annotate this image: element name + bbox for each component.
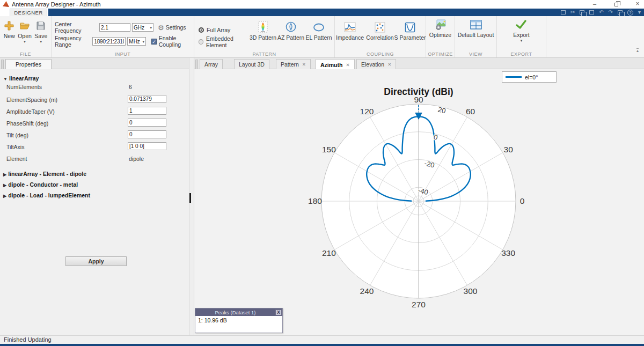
section-label-coupling: COUPLING <box>335 51 426 57</box>
tab-pattern[interactable]: Pattern✕ <box>276 59 311 69</box>
peaks-panel-titlebar[interactable]: Peaks (Dataset 1) X <box>195 308 282 316</box>
ribbon-section-coupling: Impedance Correlation <box>335 16 426 57</box>
title-bar: Antenna Array Designer - Azimuth – × <box>0 0 644 9</box>
open-dropdown-icon[interactable]: ▾ <box>24 40 26 44</box>
embedded-element-radio[interactable]: Embedded Element <box>199 36 249 48</box>
svg-text:120: 120 <box>360 107 374 116</box>
svg-text:180: 180 <box>308 196 322 205</box>
unit-dropdown-icon: ▾ <box>150 26 152 30</box>
section-label-export: EXPORT <box>497 51 546 57</box>
settings-gear-icon[interactable]: ⚙ <box>158 24 164 32</box>
section-label-input: INPUT <box>52 51 194 57</box>
svg-text:60: 60 <box>466 107 475 116</box>
new-plus-icon <box>4 19 14 32</box>
tab-designer[interactable]: DESIGNER <box>10 9 47 16</box>
close-tab-icon[interactable]: ✕ <box>346 60 349 70</box>
restore-button[interactable] <box>608 0 624 8</box>
property-label: TiltAxis <box>6 144 24 150</box>
center-frequency-input[interactable] <box>99 23 130 32</box>
close-button[interactable]: × <box>630 0 644 8</box>
panel-splitter[interactable] <box>189 58 194 335</box>
group-header-load-lumpedelement[interactable]: ▶dipole - Load - lumpedElement <box>3 192 90 198</box>
minimize-button[interactable]: – <box>587 0 603 8</box>
az-pattern-icon <box>285 21 297 34</box>
svg-text:240: 240 <box>360 286 374 296</box>
center-frequency-unit-select[interactable]: GHz ▾ <box>132 23 153 32</box>
splitter-handle[interactable] <box>189 193 191 203</box>
window-bottom-edge <box>0 344 644 346</box>
tab-array[interactable]: Array <box>200 59 223 69</box>
cut-icon[interactable]: ✂ <box>570 10 575 15</box>
close-tab-icon[interactable]: ✕ <box>302 60 306 69</box>
svg-text:150: 150 <box>322 145 336 154</box>
section-label-optimize: OPTIMIZE <box>426 51 455 57</box>
dropdown-icon[interactable]: ▾ <box>638 10 641 15</box>
default-layout-button[interactable]: Default Layout <box>455 18 496 38</box>
help-icon[interactable]: ? <box>627 10 633 16</box>
tilt-input[interactable] <box>128 130 166 138</box>
azimuth-polar-plot[interactable]: 0306090120150180210240270300330200-20-40… <box>194 69 644 324</box>
close-tab-icon[interactable]: ✕ <box>387 60 391 69</box>
status-text: Finished Updating <box>4 336 52 343</box>
radio-unselected-icon <box>199 39 203 45</box>
undo-icon[interactable]: ↶ <box>599 10 603 15</box>
tab-azimuth[interactable]: Azimuth✕ <box>316 59 355 70</box>
collapsed-triangle-icon: ▶ <box>3 194 6 198</box>
impedance-plot-icon <box>343 21 356 34</box>
document-area: Array Layout 3D Pattern✕ Azimuth✕ Elevat… <box>194 58 644 335</box>
svg-text:330: 330 <box>501 248 515 257</box>
element-spacing-input[interactable] <box>128 95 166 103</box>
plot-legend[interactable]: el=0° <box>502 71 557 83</box>
collapsed-panel-sliver[interactable] <box>195 60 198 69</box>
group-header-lineararray[interactable]: ▼linearArray <box>3 75 39 82</box>
apply-button[interactable]: Apply <box>65 256 127 266</box>
group-header-element-dipole[interactable]: ▶linearArray - Element - dipole <box>3 171 86 177</box>
collapsed-panel-sliver[interactable] <box>1 60 4 69</box>
enable-coupling-label: Enable Coupling <box>159 35 194 48</box>
peak-entry: 1: 10.96 dB <box>195 316 282 323</box>
collapse-ribbon-icon[interactable]: ▴ <box>636 48 639 53</box>
document-tab-row: Array Layout 3D Pattern✕ Azimuth✕ Elevat… <box>194 58 644 69</box>
export-dropdown-icon[interactable]: ▾ <box>521 39 523 43</box>
peaks-close-button[interactable]: X <box>275 310 282 315</box>
group-header-conductor-metal[interactable]: ▶dipole - Conductor - metal <box>3 181 78 188</box>
save-disk-icon <box>36 19 46 32</box>
property-label: Tilt (deg) <box>6 132 28 138</box>
enable-coupling-checkbox[interactable]: ✓ <box>151 39 157 45</box>
open-folder-icon <box>19 19 30 32</box>
peaks-panel-title: Peaks (Dataset 1) <box>195 310 275 315</box>
radio-selected-icon <box>199 27 204 33</box>
ribbon-tab-strip: ✂ ↶ ↷ ? ▾ DESIGNER <box>0 9 644 16</box>
restore-icon <box>614 3 618 6</box>
frequency-range-input[interactable] <box>92 37 126 46</box>
unit-dropdown-icon: ▾ <box>143 40 145 44</box>
polar-grid <box>321 104 516 298</box>
tab-elevation[interactable]: Elevation✕ <box>356 59 396 69</box>
property-label: NumElements <box>6 84 42 90</box>
polar-plot-panel: 0306090120150180210240270300330200-20-40… <box>194 69 644 335</box>
copy-icon[interactable] <box>580 10 584 14</box>
optimize-button[interactable]: Optimize <box>426 18 455 38</box>
ribbon-section-file: New Open ▾ Save ▾ FILE <box>0 16 52 57</box>
tilt-axis-input[interactable] <box>128 142 166 150</box>
window-title: Antenna Array Designer - Azimuth <box>12 1 101 8</box>
ribbon-section-input: Center Frequency GHz ▾ ⚙ Settings Freque… <box>52 16 194 57</box>
settings-label[interactable]: Settings <box>166 24 186 31</box>
property-value: dipole <box>129 156 144 162</box>
window-icon[interactable] <box>618 10 623 14</box>
redo-icon[interactable]: ↷ <box>609 10 613 15</box>
phase-shift-input[interactable] <box>128 119 166 127</box>
legend-line-swatch <box>506 76 522 78</box>
frequency-range-unit-select[interactable]: MHz ▾ <box>127 37 146 46</box>
full-array-radio[interactable]: Full Array <box>199 24 249 36</box>
frequency-range-label: Frequency Range <box>55 35 92 48</box>
tab-properties[interactable]: Properties <box>5 59 52 69</box>
tab-layout-3d[interactable]: Layout 3D <box>234 59 269 69</box>
peaks-panel[interactable]: Peaks (Dataset 1) X 1: 10.96 dB <box>195 308 283 333</box>
save-icon[interactable] <box>561 10 566 14</box>
save-dropdown-icon[interactable]: ▾ <box>40 40 42 44</box>
amplitude-taper-input[interactable] <box>128 107 166 115</box>
center-frequency-label: Center Frequency <box>55 21 99 34</box>
el-pattern-icon <box>312 21 325 34</box>
paste-icon[interactable] <box>589 10 594 14</box>
